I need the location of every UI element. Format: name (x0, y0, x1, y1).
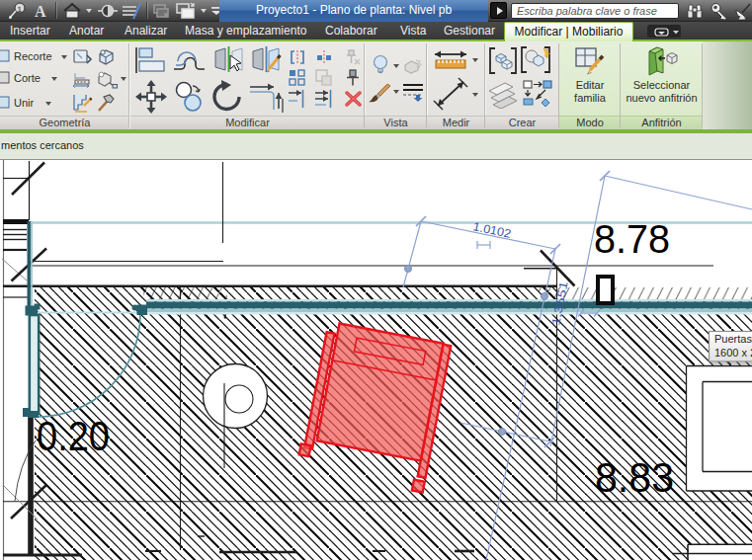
revit-window: 8.78 8.83 0.20 1.0102 1.3551 Puertas 160… (0, 0, 752, 560)
dim-bottom[interactable]: 8.83 (595, 454, 674, 501)
panel-label-vista: Vista (365, 116, 427, 129)
switch-windows-icon[interactable] (175, 2, 198, 20)
demolish-dropdown[interactable] (121, 77, 126, 81)
create-assembly-icon[interactable] (520, 44, 551, 76)
svg-text:1: 1 (18, 5, 23, 14)
recorte-dropdown[interactable] (61, 55, 67, 59)
unir-button[interactable]: Unir (14, 97, 34, 109)
tab-masa[interactable]: Masa y emplazamiento (185, 22, 306, 40)
tooltip-line2: 1600 x 2 (714, 347, 752, 359)
panel-anfitrion: Seleccionar nuevo anfitrión Anfitrión (621, 41, 703, 129)
tab-gestionar[interactable]: Gestionar (444, 22, 495, 40)
aligned-dimension-icon[interactable]: 1 (8, 2, 28, 20)
ribbon-empty-area (703, 41, 752, 129)
dim-top[interactable]: 8.78 (594, 217, 670, 261)
create-similar-icon[interactable] (522, 79, 553, 109)
panel-separator (128, 43, 129, 127)
offset-icon[interactable] (172, 49, 207, 73)
lightbulb-dropdown[interactable] (393, 64, 399, 68)
title-bar: 1 A (0, 0, 752, 22)
tab-contextual-modificar-mobiliario[interactable]: Modificar | Mobiliario (504, 22, 633, 41)
tab-anotar[interactable]: Anotar (69, 22, 104, 40)
scale-icon[interactable] (314, 68, 333, 87)
tab-colaborar[interactable]: Colaborar (325, 22, 377, 40)
close-hidden-windows-icon[interactable] (151, 2, 172, 20)
qat-separator (55, 2, 56, 19)
default-3d-view-icon[interactable] (61, 2, 83, 20)
trim-extend-single-icon[interactable] (287, 89, 306, 109)
ribbon: Recorte Corte Unir (0, 41, 752, 129)
linework-icon[interactable] (402, 82, 424, 102)
communication-key-icon[interactable] (710, 2, 729, 21)
delete-icon[interactable] (344, 90, 363, 108)
tooltip: Puertas 1600 x 2 (710, 332, 752, 365)
panel-crear: Crear (485, 41, 559, 129)
panel-medir: Medir (427, 41, 485, 129)
rotate-icon[interactable] (209, 79, 245, 115)
array-icon[interactable] (288, 68, 306, 87)
unir-dropdown[interactable] (45, 102, 51, 106)
hammer-icon[interactable] (95, 93, 117, 114)
demolish-icon[interactable] (96, 70, 120, 90)
section-icon[interactable] (97, 2, 119, 20)
measure-along-icon[interactable] (433, 77, 468, 111)
paintbrush-icon[interactable] (368, 82, 391, 104)
text-tool-icon[interactable]: A (33, 2, 50, 20)
tab-analizar[interactable]: Analizar (125, 22, 167, 40)
align-icon[interactable] (133, 46, 166, 74)
mirror-pick-axis-icon[interactable] (213, 45, 247, 75)
corte-icon[interactable] (0, 71, 12, 84)
trim-extend-corner-icon[interactable] (248, 79, 285, 115)
mirror-draw-axis-icon[interactable] (251, 45, 285, 75)
move-icon[interactable] (134, 79, 168, 115)
tab-vista[interactable]: Vista (400, 22, 426, 40)
wall-joins-icon[interactable] (72, 70, 93, 90)
unir-icon[interactable] (0, 96, 12, 109)
title-arrow-button[interactable] (490, 2, 507, 19)
lightbulb-icon[interactable] (371, 54, 390, 76)
pick-new-host-label: Seleccionar nuevo anfitrión (621, 79, 703, 105)
minimize-ribbon-button[interactable] (647, 25, 681, 38)
column[interactable] (598, 277, 613, 303)
pick-new-host-button[interactable]: Seleccionar nuevo anfitrión (621, 43, 703, 105)
panel-label-geometria: Geometría (0, 116, 129, 129)
edit-family-icon (574, 46, 606, 76)
dim-left[interactable]: 0.20 (37, 413, 110, 459)
qat-3dview-dropdown[interactable] (86, 9, 92, 13)
measure-icon[interactable] (432, 49, 469, 71)
pin-icon[interactable] (344, 68, 362, 87)
qat-switch-dropdown[interactable] (201, 9, 207, 13)
create-parts-icon[interactable] (487, 79, 519, 109)
svg-text:A: A (35, 3, 46, 20)
cut-profile-icon[interactable] (71, 93, 93, 114)
pick-new-host-icon (643, 45, 681, 77)
panel-label-crear: Crear (485, 116, 559, 129)
trim-extend-multiple-icon[interactable] (313, 89, 335, 109)
application-chrome: 1 A (0, 0, 752, 161)
recorte-button[interactable]: Recorte (14, 50, 52, 62)
measure-dropdown[interactable] (472, 58, 478, 62)
table-furniture[interactable] (687, 366, 752, 492)
tooltip-line1: Puertas (714, 333, 752, 345)
copy-icon[interactable] (173, 81, 207, 113)
split-with-gap-icon[interactable] (315, 49, 333, 66)
apply-coping-icon[interactable] (72, 47, 93, 67)
tab-insertar[interactable]: Insertar (10, 22, 50, 40)
corte-dropdown[interactable] (51, 77, 57, 81)
edit-family-button[interactable]: Editar familia (563, 43, 617, 105)
create-group-icon[interactable] (488, 46, 518, 75)
search-icon[interactable] (685, 2, 705, 21)
communication-center-icon[interactable] (733, 2, 752, 21)
panel-label-medir: Medir (427, 116, 485, 129)
search-input[interactable]: Escriba palabra clave o frase (511, 3, 679, 19)
panel-label-modo: Modo (559, 116, 621, 129)
unpin-icon[interactable] (343, 46, 363, 67)
paintbrush-dropdown[interactable] (393, 90, 399, 94)
recorte-icon[interactable] (0, 49, 12, 62)
split-element-icon[interactable] (289, 49, 306, 66)
corte-button[interactable]: Corte (14, 72, 41, 84)
thin-lines-icon[interactable] (121, 2, 142, 20)
cut-geometry-icon[interactable] (96, 47, 117, 67)
measure-along-dropdown[interactable] (472, 93, 478, 97)
hide-isolate-icon[interactable] (402, 57, 423, 75)
